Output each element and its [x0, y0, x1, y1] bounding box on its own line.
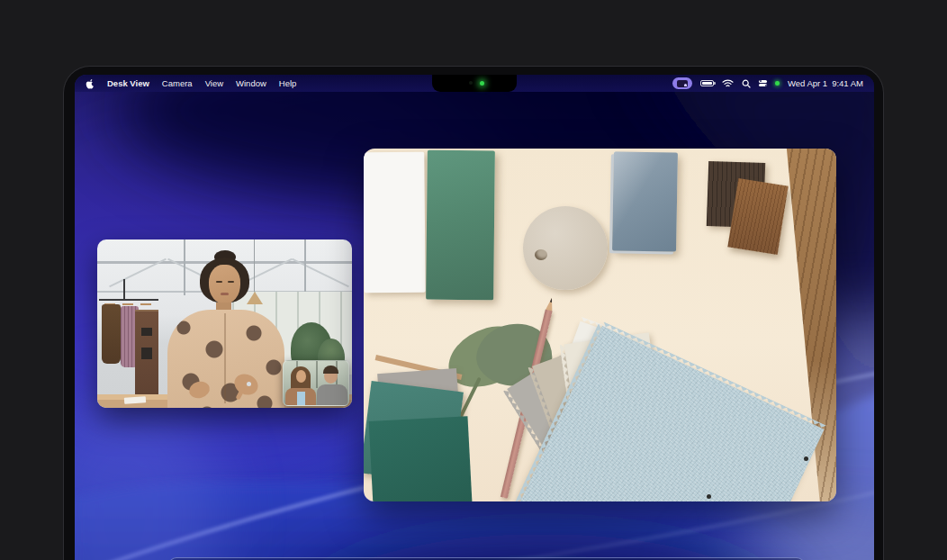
display-with-person-glyph: [677, 80, 688, 87]
menu-bar-clock[interactable]: Wed Apr 1 9:41 AM: [788, 78, 863, 88]
camera-in-use-dot: [775, 81, 780, 86]
blue-gray-ceramic-tile: [612, 151, 678, 251]
desk-view-active-pill-icon[interactable]: [672, 77, 692, 89]
menu-window[interactable]: Window: [236, 78, 266, 88]
wooden-hanger: [140, 301, 151, 305]
wifi-icon[interactable]: [722, 79, 734, 88]
battery-icon[interactable]: [700, 80, 714, 87]
dark-teal-tile-sample: [369, 416, 473, 501]
facetime-camera-lens: [469, 81, 473, 85]
participant-woman-shirt: [297, 392, 305, 406]
clothes-rack-post: [123, 279, 125, 301]
face: [209, 265, 240, 304]
presenter-person: [160, 250, 291, 403]
screen: Desk View Camera View Window Help: [75, 75, 874, 560]
spotlight-search-icon[interactable]: [742, 79, 751, 88]
roof-post: [304, 239, 306, 294]
fabric-snap-dot: [707, 494, 711, 499]
desk-view-window[interactable]: [364, 149, 836, 501]
pencil-tip-lead: [549, 298, 553, 303]
menu-time: 9:41 AM: [832, 78, 863, 88]
participant-man-hair: [323, 366, 338, 374]
green-tile-sample: [426, 150, 495, 301]
menu-app-name[interactable]: Desk View: [107, 78, 149, 88]
felt-disc-sample: [523, 206, 608, 290]
menu-camera[interactable]: Camera: [162, 78, 193, 88]
polka-dot-blouse: [167, 310, 284, 408]
video-call-window[interactable]: [97, 239, 352, 408]
walnut-wood-sample: [727, 178, 788, 255]
silver-ring: [247, 382, 251, 386]
marketing-backdrop: Desk View Camera View Window Help: [0, 0, 947, 560]
control-center-icon[interactable]: [759, 80, 767, 87]
camera-notch: [432, 75, 517, 92]
camera-active-light: [480, 81, 484, 86]
apple-icon[interactable]: [86, 78, 95, 89]
menu-help[interactable]: Help: [279, 78, 297, 88]
felt-disc-hole: [535, 249, 547, 260]
wardrobe-panel: [135, 310, 158, 398]
participant-woman-face: [296, 370, 306, 383]
call-participants-pip[interactable]: [283, 360, 349, 406]
wooden-hanger: [122, 301, 133, 305]
window-mullion: [316, 361, 318, 388]
menu-view[interactable]: View: [205, 78, 223, 88]
fabric-snap-dot: [804, 456, 808, 461]
blouse-placket: [224, 313, 226, 403]
macbook-display: Desk View Camera View Window Help: [63, 66, 884, 560]
participant-man-shirt: [317, 384, 347, 406]
menu-date: Wed Apr 1: [788, 78, 827, 88]
white-tile-sample: [364, 152, 426, 294]
hanging-garment-brown: [102, 304, 121, 364]
